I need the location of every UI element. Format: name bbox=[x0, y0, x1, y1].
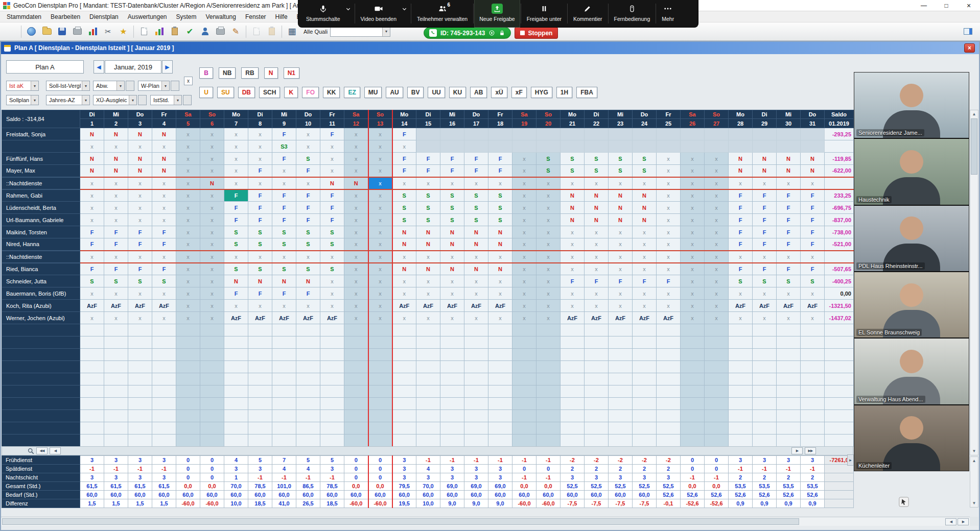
shift-cell[interactable] bbox=[296, 422, 320, 435]
shift-cell[interactable]: x bbox=[681, 251, 705, 263]
shift-cell[interactable]: x bbox=[512, 287, 536, 300]
shift-cell[interactable]: AzF bbox=[729, 300, 753, 312]
panel-collapse-button[interactable]: ▸ bbox=[847, 454, 854, 466]
shift-cell[interactable]: S bbox=[248, 226, 272, 238]
shift-cell[interactable]: x bbox=[657, 202, 681, 214]
shift-cell[interactable]: x bbox=[272, 251, 296, 263]
shift-cell[interactable] bbox=[440, 422, 464, 435]
shift-cell[interactable]: x bbox=[633, 238, 657, 251]
employee-name[interactable] bbox=[2, 349, 80, 361]
shift-cell[interactable]: F bbox=[128, 226, 152, 238]
shift-cell[interactable] bbox=[777, 410, 801, 422]
shift-cell[interactable]: N bbox=[416, 238, 440, 251]
shift-cell[interactable] bbox=[681, 140, 705, 153]
day-name-header[interactable]: Sa bbox=[176, 110, 200, 119]
day-name-header[interactable]: Mo bbox=[224, 110, 248, 119]
printer-icon[interactable] bbox=[214, 25, 227, 38]
shift-cell[interactable]: S bbox=[440, 189, 464, 202]
shift-cell[interactable] bbox=[801, 435, 825, 447]
shift-cell[interactable] bbox=[368, 336, 392, 349]
shift-cell[interactable]: x bbox=[657, 287, 681, 300]
shift-cell[interactable]: x bbox=[368, 238, 392, 251]
shift-cell[interactable]: F bbox=[296, 189, 320, 202]
employee-name[interactable] bbox=[2, 336, 80, 349]
shift-cell[interactable]: x bbox=[440, 312, 464, 324]
shift-cell[interactable]: x bbox=[104, 312, 128, 324]
shift-cell[interactable] bbox=[536, 324, 561, 336]
stop-sharing-button[interactable]: Stoppen bbox=[515, 27, 558, 39]
shift-cell[interactable]: N bbox=[561, 189, 585, 202]
shift-cell[interactable]: x bbox=[512, 300, 536, 312]
shift-cell[interactable] bbox=[344, 410, 368, 422]
shift-cell[interactable] bbox=[248, 324, 272, 336]
shift-cell[interactable]: x bbox=[80, 189, 104, 202]
shift-cell[interactable]: N bbox=[801, 153, 825, 165]
shift-cell[interactable] bbox=[392, 324, 416, 336]
employee-name[interactable] bbox=[2, 385, 80, 398]
shift-cell[interactable]: x bbox=[705, 177, 729, 189]
shift-cell[interactable] bbox=[272, 398, 296, 410]
shift-cell[interactable] bbox=[200, 410, 224, 422]
shift-cell[interactable]: x bbox=[344, 312, 368, 324]
shift-cell[interactable] bbox=[633, 385, 657, 398]
shift-cell[interactable] bbox=[344, 373, 368, 385]
shift-cell[interactable]: F bbox=[753, 189, 777, 202]
shift-cell[interactable]: x bbox=[128, 251, 152, 263]
shift-code-ez[interactable]: EZ bbox=[344, 87, 360, 98]
shift-cell[interactable] bbox=[248, 361, 272, 373]
shift-cell[interactable] bbox=[801, 361, 825, 373]
shift-cell[interactable] bbox=[561, 373, 585, 385]
shift-cell[interactable] bbox=[609, 349, 633, 361]
shift-cell[interactable] bbox=[248, 385, 272, 398]
shift-cell[interactable] bbox=[488, 324, 512, 336]
shift-cell[interactable] bbox=[104, 410, 128, 422]
shift-cell[interactable] bbox=[488, 373, 512, 385]
shift-cell[interactable]: x bbox=[536, 202, 561, 214]
shift-cell[interactable]: x bbox=[609, 177, 633, 189]
shift-cell[interactable] bbox=[633, 398, 657, 410]
shift-cell[interactable] bbox=[681, 349, 705, 361]
shift-cell[interactable] bbox=[80, 398, 104, 410]
shift-cell[interactable] bbox=[801, 349, 825, 361]
shift-cell[interactable]: AzF bbox=[296, 312, 320, 324]
shift-cell[interactable]: N bbox=[152, 165, 176, 177]
shift-cell[interactable] bbox=[368, 435, 392, 447]
shift-cell[interactable]: x bbox=[561, 177, 585, 189]
shift-cell[interactable] bbox=[801, 140, 825, 153]
lock-icon[interactable] bbox=[499, 30, 505, 36]
shift-cell[interactable]: F bbox=[633, 275, 657, 287]
shift-code-mu[interactable]: MU bbox=[364, 87, 382, 98]
shift-cell[interactable] bbox=[561, 361, 585, 373]
shift-cell[interactable] bbox=[753, 410, 777, 422]
shift-cell[interactable]: x bbox=[200, 251, 224, 263]
shift-cell[interactable] bbox=[200, 336, 224, 349]
shift-cell[interactable] bbox=[392, 373, 416, 385]
shift-cell[interactable]: N bbox=[80, 128, 104, 140]
day-number-header[interactable]: 19 bbox=[512, 119, 536, 128]
shift-cell[interactable]: F bbox=[657, 275, 681, 287]
employee-name[interactable]: Maikind, Torsten bbox=[2, 226, 80, 238]
shift-cell[interactable] bbox=[272, 361, 296, 373]
menu-item-system[interactable]: System bbox=[172, 12, 201, 22]
shift-cell[interactable] bbox=[176, 398, 200, 410]
shift-cell[interactable]: F bbox=[488, 153, 512, 165]
shift-cell[interactable]: F bbox=[104, 238, 128, 251]
plan-select[interactable]: Plan A bbox=[6, 60, 84, 74]
shift-cell[interactable] bbox=[609, 128, 633, 140]
shift-cell[interactable]: N bbox=[152, 128, 176, 140]
shift-cell[interactable] bbox=[344, 385, 368, 398]
shift-cell[interactable]: N bbox=[392, 226, 416, 238]
shift-cell[interactable] bbox=[176, 422, 200, 435]
shift-cell[interactable] bbox=[512, 361, 536, 373]
shift-cell[interactable] bbox=[705, 410, 729, 422]
day-number-header[interactable]: 2 bbox=[104, 119, 128, 128]
shift-cell[interactable] bbox=[416, 361, 440, 373]
summary-v-scrollbar[interactable]: ▲ ▼ bbox=[970, 456, 978, 508]
shift-cell[interactable]: N bbox=[609, 214, 633, 226]
shift-cell[interactable]: x bbox=[609, 263, 633, 275]
shift-cell[interactable]: x bbox=[200, 202, 224, 214]
employee-name[interactable]: Bauermann, Boris (GfB) bbox=[2, 287, 80, 300]
shift-cell[interactable] bbox=[536, 410, 561, 422]
shift-cell[interactable] bbox=[681, 128, 705, 140]
conference-kommentier-button[interactable]: Kommentier bbox=[569, 0, 607, 27]
